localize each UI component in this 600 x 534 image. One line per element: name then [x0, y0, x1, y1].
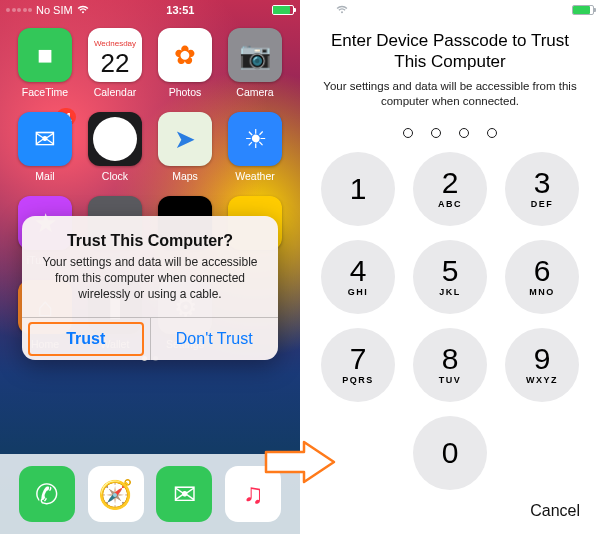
app-label: Weather [220, 170, 290, 182]
app-mail[interactable]: 11✉Mail [10, 112, 80, 182]
flow-arrow-icon [264, 440, 336, 484]
app-label: FaceTime [10, 86, 80, 98]
app-camera[interactable]: 📷Camera [220, 28, 290, 98]
passcode-dot [487, 128, 497, 138]
key-letters: WXYZ [526, 375, 558, 385]
passcode-title: Enter Device Passcode to Trust This Comp… [322, 30, 578, 73]
signal-dots-icon [6, 8, 32, 12]
app-label: Camera [220, 86, 290, 98]
wifi-icon [336, 5, 348, 16]
app-label: Maps [150, 170, 220, 182]
dock: ✆🧭✉♫ [0, 454, 300, 534]
battery-icon [572, 5, 594, 15]
battery-icon [272, 5, 294, 15]
passcode-dots [322, 128, 578, 138]
key-1[interactable]: 1 [321, 152, 395, 226]
key-letters: GHI [348, 287, 369, 297]
status-bar [300, 0, 600, 20]
key-number: 9 [534, 344, 551, 374]
trust-alert: Trust This Computer? Your settings and d… [22, 216, 278, 360]
key-letters: JKL [439, 287, 461, 297]
key-number: 1 [350, 174, 367, 204]
key-number: 2 [442, 168, 459, 198]
passcode-dot [403, 128, 413, 138]
alert-message: Your settings and data will be accessibl… [36, 254, 264, 303]
signal-dots-icon [306, 8, 332, 12]
key-number: 5 [442, 256, 459, 286]
trust-button[interactable]: Trust [22, 318, 151, 360]
status-bar: No SIM 13:51 [0, 0, 300, 20]
key-number: 0 [442, 438, 459, 468]
passcode-screen: Enter Device Passcode to Trust This Comp… [300, 0, 600, 534]
key-number: 6 [534, 256, 551, 286]
key-letters: DEF [531, 199, 554, 209]
key-number: 4 [350, 256, 367, 286]
key-letters: TUV [439, 375, 462, 385]
app-label: Photos [150, 86, 220, 98]
key-number: 7 [350, 344, 367, 374]
passcode-dot [431, 128, 441, 138]
key-letters: ABC [438, 199, 462, 209]
key-number: 8 [442, 344, 459, 374]
dont-trust-button[interactable]: Don't Trust [151, 318, 279, 360]
app-maps[interactable]: ➤Maps [150, 112, 220, 182]
key-6[interactable]: 6MNO [505, 240, 579, 314]
key-8[interactable]: 8TUV [413, 328, 487, 402]
app-label: Mail [10, 170, 80, 182]
key-4[interactable]: 4GHI [321, 240, 395, 314]
passcode-dot [459, 128, 469, 138]
wifi-icon [77, 5, 89, 16]
dock-messages[interactable]: ✉ [156, 466, 212, 522]
key-9[interactable]: 9WXYZ [505, 328, 579, 402]
app-weather[interactable]: ☀Weather [220, 112, 290, 182]
app-facetime[interactable]: ■FaceTime [10, 28, 80, 98]
key-0[interactable]: 0 [413, 416, 487, 490]
app-clock[interactable]: Clock [80, 112, 150, 182]
app-label: Calendar [80, 86, 150, 98]
key-2[interactable]: 2ABC [413, 152, 487, 226]
dock-phone[interactable]: ✆ [19, 466, 75, 522]
key-number: 3 [534, 168, 551, 198]
clock-label: 13:51 [89, 4, 272, 16]
passcode-subtitle: Your settings and data will be accessibl… [322, 79, 578, 110]
key-letters: MNO [529, 287, 555, 297]
annotation-highlight: Trust [28, 322, 144, 356]
key-5[interactable]: 5JKL [413, 240, 487, 314]
app-calendar[interactable]: Wednesday22Calendar [80, 28, 150, 98]
alert-title: Trust This Computer? [36, 232, 264, 250]
dock-safari[interactable]: 🧭 [88, 466, 144, 522]
home-screen: No SIM 13:51 ■FaceTimeWednesday22Calenda… [0, 0, 300, 534]
carrier-label: No SIM [36, 4, 73, 16]
app-label: Clock [80, 170, 150, 182]
key-7[interactable]: 7PQRS [321, 328, 395, 402]
cancel-button[interactable]: Cancel [530, 502, 580, 520]
app-photos[interactable]: ✿Photos [150, 28, 220, 98]
key-3[interactable]: 3DEF [505, 152, 579, 226]
number-keypad: 12ABC3DEF4GHI5JKL6MNO7PQRS8TUV9WXYZ0 [300, 152, 600, 490]
key-letters: PQRS [342, 375, 374, 385]
